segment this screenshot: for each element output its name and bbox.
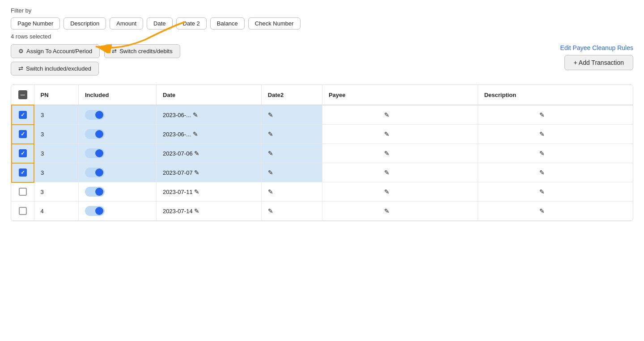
- table-header-row: PN Included Date Date2 Payee Description: [12, 85, 633, 105]
- header-date: Date: [157, 85, 262, 105]
- row-checkbox[interactable]: [19, 207, 27, 215]
- row-pn: 3: [34, 182, 78, 202]
- date2-edit-icon[interactable]: ✎: [268, 188, 273, 195]
- filter-page-number[interactable]: Page Number: [11, 17, 60, 29]
- transactions-table: PN Included Date Date2 Payee Description…: [11, 85, 633, 221]
- row-checkbox-cell[interactable]: [12, 182, 34, 202]
- header-description: Description: [478, 85, 633, 105]
- row-date: 2023-06-... ✎: [157, 105, 262, 125]
- date2-edit-icon[interactable]: ✎: [268, 150, 273, 157]
- row-pn: 4: [34, 202, 78, 221]
- date2-edit-icon[interactable]: ✎: [268, 207, 273, 215]
- row-included[interactable]: [78, 144, 156, 163]
- toggle-knob: [95, 188, 103, 196]
- row-description: ✎: [478, 105, 633, 125]
- date2-edit-icon[interactable]: ✎: [268, 131, 273, 138]
- filter-description[interactable]: Description: [64, 17, 106, 29]
- filter-balance[interactable]: Balance: [210, 17, 245, 29]
- toggle-knob: [95, 168, 103, 177]
- row-date2: ✎: [261, 163, 322, 182]
- date-edit-icon[interactable]: ✎: [194, 188, 199, 195]
- date-edit-icon[interactable]: ✎: [194, 207, 199, 215]
- toggle-switch[interactable]: [85, 129, 105, 139]
- row-date2: ✎: [261, 105, 322, 125]
- table-body: 32023-06-... ✎✎ ✎ ✎32023-06-... ✎✎ ✎ ✎32…: [12, 105, 633, 221]
- row-included[interactable]: [78, 105, 156, 125]
- toggle-knob: [95, 207, 103, 215]
- header-checkbox-col[interactable]: [12, 85, 34, 105]
- switch-included-icon: ⇄: [18, 65, 23, 72]
- table-row: 32023-06-... ✎✎ ✎ ✎: [12, 125, 633, 144]
- switch-credits-label: Switch credits/debits: [119, 48, 173, 55]
- row-included[interactable]: [78, 202, 156, 221]
- payee-edit-icon[interactable]: ✎: [384, 207, 390, 215]
- desc-edit-icon[interactable]: ✎: [539, 188, 545, 195]
- row-included[interactable]: [78, 163, 156, 182]
- date-edit-icon[interactable]: ✎: [194, 169, 199, 176]
- row-description: ✎: [478, 163, 633, 182]
- toggle-switch[interactable]: [85, 148, 105, 158]
- rows-selected-label: 4 rows selected: [11, 33, 633, 40]
- filter-date2[interactable]: Date 2: [176, 17, 207, 29]
- switch-included-button[interactable]: ⇄ Switch included/excluded: [11, 62, 99, 76]
- row-date: 2023-06-... ✎: [157, 125, 262, 144]
- row-checkbox-cell[interactable]: [12, 105, 34, 125]
- desc-edit-icon[interactable]: ✎: [539, 207, 545, 215]
- filter-date[interactable]: Date: [147, 17, 172, 29]
- payee-edit-icon[interactable]: ✎: [384, 131, 390, 138]
- filter-check-number[interactable]: Check Number: [248, 17, 301, 29]
- toggle-switch[interactable]: [85, 187, 105, 197]
- payee-edit-icon[interactable]: ✎: [384, 169, 390, 176]
- table-row: 32023-07-06 ✎✎ ✎ ✎: [12, 144, 633, 163]
- row-checkbox[interactable]: [19, 188, 27, 196]
- desc-edit-icon[interactable]: ✎: [539, 111, 545, 118]
- desc-edit-icon[interactable]: ✎: [539, 169, 545, 176]
- toggle-switch[interactable]: [85, 168, 105, 177]
- toggle-switch[interactable]: [85, 110, 105, 120]
- row-description: ✎: [478, 202, 633, 221]
- header-select-all[interactable]: [18, 90, 27, 99]
- row-checkbox-cell[interactable]: [12, 163, 34, 182]
- row-description: ✎: [478, 125, 633, 144]
- switch-credits-button[interactable]: ⇄ Switch credits/debits: [104, 44, 180, 58]
- row-date: 2023-07-06 ✎: [157, 144, 262, 163]
- toggle-switch[interactable]: [85, 206, 105, 216]
- header-date2: Date2: [261, 85, 322, 105]
- add-transaction-button[interactable]: + Add Transaction: [564, 55, 633, 70]
- row-included[interactable]: [78, 125, 156, 144]
- date-edit-icon[interactable]: ✎: [193, 131, 198, 138]
- row-payee: ✎: [322, 163, 478, 182]
- action-right: Edit Payee Cleanup Rules + Add Transacti…: [560, 44, 633, 70]
- payee-edit-icon[interactable]: ✎: [384, 111, 390, 118]
- row-included[interactable]: [78, 182, 156, 202]
- row-checkbox[interactable]: [19, 149, 27, 157]
- action-bar: ⚙ Assign To Account/Period ⇄ Switch cred…: [11, 44, 633, 76]
- row-checkbox-cell[interactable]: [12, 202, 34, 221]
- desc-edit-icon[interactable]: ✎: [539, 150, 545, 157]
- desc-edit-icon[interactable]: ✎: [539, 131, 545, 138]
- toggle-knob: [95, 111, 103, 119]
- assign-account-button[interactable]: ⚙ Assign To Account/Period: [11, 44, 100, 58]
- table-row: 32023-07-11 ✎✎ ✎ ✎: [12, 182, 633, 202]
- row-checkbox[interactable]: [19, 168, 27, 177]
- row-description: ✎: [478, 144, 633, 163]
- filter-amount[interactable]: Amount: [110, 17, 143, 29]
- row-checkbox[interactable]: [19, 111, 27, 119]
- date-edit-icon[interactable]: ✎: [193, 111, 198, 118]
- date2-edit-icon[interactable]: ✎: [268, 169, 273, 176]
- row-checkbox-cell[interactable]: [12, 144, 34, 163]
- table-row: 32023-07-07 ✎✎ ✎ ✎: [12, 163, 633, 182]
- payee-edit-icon[interactable]: ✎: [384, 150, 390, 157]
- header-payee: Payee: [322, 85, 478, 105]
- date-edit-icon[interactable]: ✎: [194, 150, 199, 157]
- payee-edit-icon[interactable]: ✎: [384, 188, 390, 195]
- header-included: Included: [78, 85, 156, 105]
- edit-payee-link[interactable]: Edit Payee Cleanup Rules: [560, 44, 633, 51]
- action-row-2: ⇄ Switch included/excluded: [11, 62, 180, 76]
- header-pn: PN: [34, 85, 78, 105]
- row-description: ✎: [478, 182, 633, 202]
- date2-edit-icon[interactable]: ✎: [268, 111, 273, 118]
- table-row: 32023-06-... ✎✎ ✎ ✎: [12, 105, 633, 125]
- row-checkbox[interactable]: [19, 130, 27, 138]
- row-checkbox-cell[interactable]: [12, 125, 34, 144]
